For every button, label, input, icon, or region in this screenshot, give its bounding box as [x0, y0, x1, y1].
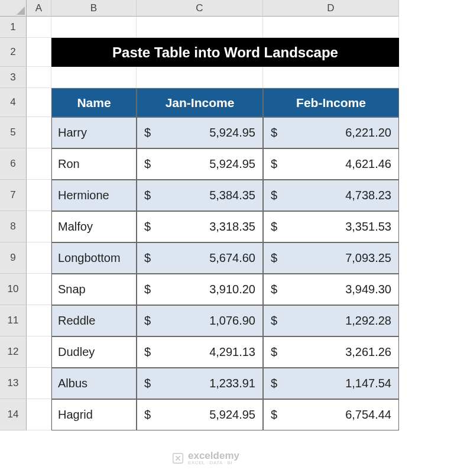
currency-symbol: $: [270, 189, 277, 202]
table-row[interactable]: $1,292.28: [263, 305, 399, 336]
table-row[interactable]: $4,621.46: [263, 148, 399, 180]
cell-A14[interactable]: [27, 399, 51, 430]
cell-A6[interactable]: [27, 148, 51, 180]
table-row[interactable]: Snap: [51, 274, 137, 305]
table-row[interactable]: $5,924.95: [137, 148, 263, 180]
exceldemy-logo-icon: [171, 452, 184, 465]
row-header-3[interactable]: 3: [0, 67, 27, 88]
table-header-jan[interactable]: Jan-Income: [137, 88, 263, 117]
cell-A4[interactable]: [27, 88, 51, 117]
row-header-6[interactable]: 6: [0, 148, 27, 180]
cell-A8[interactable]: [27, 211, 51, 242]
cell-A1[interactable]: [27, 17, 51, 38]
cell-D1[interactable]: [263, 17, 399, 38]
table-row[interactable]: $6,754.44: [263, 399, 399, 430]
currency-symbol: $: [270, 126, 277, 140]
cell-A13[interactable]: [27, 368, 51, 399]
cell-B1[interactable]: [51, 17, 137, 38]
col-header-C[interactable]: C: [137, 0, 263, 17]
spreadsheet-grid: A B C D 1 2 Paste Table into Word Landsc…: [0, 0, 454, 430]
cell-value: 5,384.35: [209, 189, 257, 202]
currency-symbol: $: [270, 408, 277, 422]
cell-value: 1,076.90: [209, 314, 257, 328]
table-row[interactable]: Dudley: [51, 336, 137, 368]
cell-value: 5,924.95: [209, 408, 257, 422]
row-header-1[interactable]: 1: [0, 17, 27, 38]
table-header-name[interactable]: Name: [51, 88, 137, 117]
table-row[interactable]: $7,093.25: [263, 242, 399, 274]
currency-symbol: $: [143, 251, 151, 265]
table-row[interactable]: $5,924.95: [137, 117, 263, 148]
cell-C1[interactable]: [137, 17, 263, 38]
cell-A2[interactable]: [27, 38, 51, 67]
row-header-11[interactable]: 11: [0, 305, 27, 336]
row-header-7[interactable]: 7: [0, 180, 27, 211]
cell-A5[interactable]: [27, 117, 51, 148]
table-row[interactable]: $1,076.90: [137, 305, 263, 336]
table-row[interactable]: $4,291.13: [137, 336, 263, 368]
cell-A7[interactable]: [27, 180, 51, 211]
cell-value: 5,924.95: [209, 126, 257, 140]
col-header-D[interactable]: D: [263, 0, 399, 17]
row-header-5[interactable]: 5: [0, 117, 27, 148]
table-row[interactable]: $5,674.60: [137, 242, 263, 274]
table-row[interactable]: Malfoy: [51, 211, 137, 242]
currency-symbol: $: [143, 408, 151, 422]
row-header-8[interactable]: 8: [0, 211, 27, 242]
cell-value: 6,221.20: [345, 126, 393, 140]
currency-symbol: $: [143, 157, 151, 171]
cell-A9[interactable]: [27, 242, 51, 274]
table-row[interactable]: Harry: [51, 117, 137, 148]
table-row[interactable]: $3,261.26: [263, 336, 399, 368]
row-header-4[interactable]: 4: [0, 88, 27, 117]
table-row[interactable]: $1,147.54: [263, 368, 399, 399]
table-row[interactable]: $5,924.95: [137, 399, 263, 430]
row-header-14[interactable]: 14: [0, 399, 27, 430]
currency-symbol: $: [143, 314, 151, 328]
row-header-13[interactable]: 13: [0, 368, 27, 399]
table-row[interactable]: Ron: [51, 148, 137, 180]
table-row[interactable]: Longbottom: [51, 242, 137, 274]
row-header-12[interactable]: 12: [0, 336, 27, 368]
col-header-B[interactable]: B: [51, 0, 137, 17]
row-header-9[interactable]: 9: [0, 242, 27, 274]
cell-value: 1,292.28: [345, 314, 393, 328]
title-cell[interactable]: Paste Table into Word Landscape: [51, 38, 399, 67]
watermark: exceldemy EXCEL · DATA · BI: [171, 451, 239, 465]
table-row[interactable]: $4,738.23: [263, 180, 399, 211]
table-row[interactable]: $6,221.20: [263, 117, 399, 148]
cell-value: 7,093.25: [345, 251, 393, 265]
currency-symbol: $: [270, 283, 277, 296]
cell-value: 4,291.13: [209, 345, 257, 359]
row-header-10[interactable]: 10: [0, 274, 27, 305]
currency-symbol: $: [143, 377, 151, 390]
cell-A12[interactable]: [27, 336, 51, 368]
table-row[interactable]: Hagrid: [51, 399, 137, 430]
row-header-2[interactable]: 2: [0, 38, 27, 67]
cell-D3[interactable]: [263, 67, 399, 88]
cell-value: 3,318.35: [209, 220, 257, 234]
table-row[interactable]: $3,318.35: [137, 211, 263, 242]
table-row[interactable]: $3,351.53: [263, 211, 399, 242]
cell-value: 3,261.26: [345, 345, 393, 359]
cell-A11[interactable]: [27, 305, 51, 336]
cell-B3[interactable]: [51, 67, 137, 88]
cell-value: 6,754.44: [345, 408, 393, 422]
currency-symbol: $: [270, 251, 277, 265]
watermark-main: exceldemy: [188, 451, 239, 461]
table-row[interactable]: Hermione: [51, 180, 137, 211]
select-all-corner[interactable]: [0, 0, 27, 17]
table-row[interactable]: Albus: [51, 368, 137, 399]
cell-A3[interactable]: [27, 67, 51, 88]
table-row[interactable]: $5,384.35: [137, 180, 263, 211]
table-row[interactable]: $1,233.91: [137, 368, 263, 399]
table-row[interactable]: $3,949.30: [263, 274, 399, 305]
cell-C3[interactable]: [137, 67, 263, 88]
table-row[interactable]: $3,910.20: [137, 274, 263, 305]
table-header-feb[interactable]: Feb-Income: [263, 88, 399, 117]
cell-value: 4,738.23: [345, 189, 393, 202]
col-header-A[interactable]: A: [27, 0, 51, 17]
cell-A10[interactable]: [27, 274, 51, 305]
table-row[interactable]: Reddle: [51, 305, 137, 336]
watermark-sub: EXCEL · DATA · BI: [188, 461, 239, 465]
